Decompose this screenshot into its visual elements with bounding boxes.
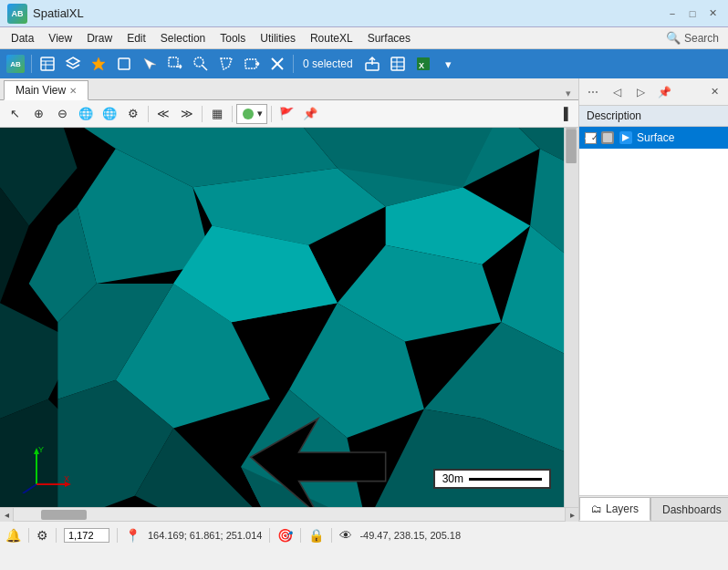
rp-dots-btn[interactable]: ⋯	[583, 82, 603, 102]
menu-view[interactable]: View	[41, 27, 79, 49]
pin-btn[interactable]: 📌	[299, 103, 321, 125]
toolbar-export-btn[interactable]	[360, 52, 384, 76]
toolbar-layer-btn[interactable]	[61, 52, 85, 76]
menu-edit[interactable]: Edit	[120, 27, 153, 49]
menu-tools[interactable]: Tools	[213, 27, 253, 49]
menu-utilities[interactable]: Utilities	[253, 27, 303, 49]
toolbar-table-btn[interactable]	[386, 52, 410, 76]
tb-sep-1	[31, 55, 32, 73]
scrollbar-thumb[interactable]	[41, 510, 87, 520]
svg-rect-50	[566, 128, 577, 130]
svg-point-20	[243, 109, 254, 119]
status-sep-3	[117, 528, 118, 543]
layer-name-surface: Surface	[637, 131, 674, 144]
menu-routexl[interactable]: RouteXL	[303, 27, 360, 49]
svg-marker-5	[92, 57, 105, 70]
layer-dropdown[interactable]: ▾	[236, 104, 267, 124]
target-icon: 🎯	[277, 528, 293, 543]
layers-content: ✓ Surface	[579, 127, 728, 495]
menu-selection[interactable]: Selection	[153, 27, 213, 49]
zoom-in-btn[interactable]: ⊕	[27, 103, 49, 125]
toolbar-box-btn[interactable]	[112, 52, 136, 76]
globe-btn[interactable]: 🌐	[75, 103, 97, 125]
status-notifications: 🔔	[5, 528, 21, 543]
dashboards-tab[interactable]: Dashboards	[650, 497, 728, 521]
h-scrollbar[interactable]: ◂ ▸	[0, 507, 578, 521]
svg-rect-49	[564, 128, 578, 507]
zoom-out-btn[interactable]: ⊖	[51, 103, 73, 125]
toolbar-dropdown-btn[interactable]: ▾	[437, 52, 461, 76]
grid-btn[interactable]: ▦	[206, 103, 228, 125]
status-counter[interactable]	[64, 528, 109, 543]
menu-draw[interactable]: Draw	[79, 27, 120, 49]
toolbar-cursor-btn[interactable]	[138, 52, 161, 76]
toolbar-logo-btn[interactable]: AB	[4, 52, 27, 76]
svg-rect-10	[245, 59, 256, 68]
toolbar-data-btn[interactable]	[36, 52, 59, 76]
menu-data[interactable]: Data	[4, 27, 41, 49]
svg-rect-60	[603, 133, 612, 142]
status-location-icon: 📍	[125, 528, 140, 543]
toolbar-select3-btn[interactable]	[214, 52, 238, 76]
notification-icon: 🔔	[5, 528, 21, 543]
status-settings: ⚙	[36, 528, 48, 543]
tab-close-icon[interactable]: ✕	[69, 86, 77, 96]
prev-btn[interactable]: ≪	[152, 103, 174, 125]
view-coord-text: -49.47, 238.15, 205.18	[359, 530, 461, 541]
coord-text: 164.169; 61.861; 251.014	[148, 530, 262, 541]
status-sep-4	[269, 528, 270, 543]
layer-row-surface[interactable]: ✓ Surface	[579, 127, 728, 149]
layers-tab-icon: 🗂	[591, 503, 602, 515]
titlebar: AB SpatialXL − □ ✕	[0, 0, 728, 27]
svg-rect-51	[566, 130, 577, 163]
close-button[interactable]: ✕	[704, 5, 721, 22]
globe2-btn[interactable]: 🌐	[99, 103, 120, 125]
menu-surfaces[interactable]: Surfaces	[360, 27, 418, 49]
scroll-left-btn[interactable]: ◂	[0, 508, 14, 522]
rp-forward-btn[interactable]: ▷	[630, 82, 650, 102]
view-panel: Main View ✕ ▾ ↖ ⊕ ⊖ 🌐 🌐 ⚙ ≪ ≫ ▦ ▾	[0, 78, 579, 521]
tab-label: Main View	[16, 84, 66, 97]
bottom-tabs: 🗂 Layers Dashboards	[579, 495, 728, 521]
titlebar-left: AB SpatialXL	[7, 4, 84, 24]
tab-bar: Main View ✕ ▾	[0, 78, 578, 100]
next-btn[interactable]: ≫	[176, 103, 198, 125]
app-logo: AB	[7, 4, 27, 24]
toolbar-x-btn[interactable]	[265, 52, 289, 76]
layers-tab[interactable]: 🗂 Layers	[579, 497, 650, 521]
toolbar-star-btn[interactable]	[87, 52, 110, 76]
main-view-tab[interactable]: Main View ✕	[4, 80, 88, 100]
panel-toggle-btn[interactable]: ▐	[553, 103, 575, 125]
logo-text: AB	[12, 9, 24, 18]
tab-dropdown-btn[interactable]: ▾	[566, 88, 571, 99]
status-target-icon: 🎯	[277, 528, 293, 543]
rp-pin-btn[interactable]: 📌	[654, 82, 674, 102]
toolbar-select2-btn[interactable]	[189, 52, 213, 76]
settings-btn[interactable]: ⚙	[122, 103, 144, 125]
mt-sep-4	[271, 106, 272, 122]
layer-dropdown-label: ▾	[257, 108, 263, 119]
toolbar-select4-btn[interactable]	[240, 52, 264, 76]
layers-description-header: Description	[579, 106, 728, 127]
map-canvas[interactable]: 30m Y X	[0, 128, 578, 507]
mt-sep-3	[232, 106, 233, 122]
layer-checkbox-surface[interactable]: ✓	[585, 132, 597, 144]
scale-label: 30m	[442, 472, 463, 485]
flag-btn[interactable]: 🚩	[276, 103, 297, 125]
axes-indicator: Y X	[18, 443, 73, 493]
status-lock-icon: 🔒	[308, 528, 324, 543]
toolbar-select1-btn[interactable]	[163, 52, 187, 76]
status-sep-2	[56, 528, 57, 543]
counter-input[interactable]	[64, 528, 109, 543]
selected-count-label: 0 selected	[297, 57, 359, 70]
rp-back-btn[interactable]: ◁	[607, 82, 627, 102]
cursor-tool-btn[interactable]: ↖	[4, 103, 26, 125]
toolbar-excel-btn[interactable]: X	[411, 52, 435, 76]
rp-close-btn[interactable]: ✕	[704, 82, 724, 102]
scroll-right-btn[interactable]: ▸	[565, 508, 578, 522]
maximize-button[interactable]: □	[684, 5, 701, 22]
layer-vis-icon	[619, 130, 633, 145]
minimize-button[interactable]: −	[664, 5, 681, 22]
svg-rect-14	[391, 57, 404, 70]
svg-point-8	[194, 57, 203, 67]
